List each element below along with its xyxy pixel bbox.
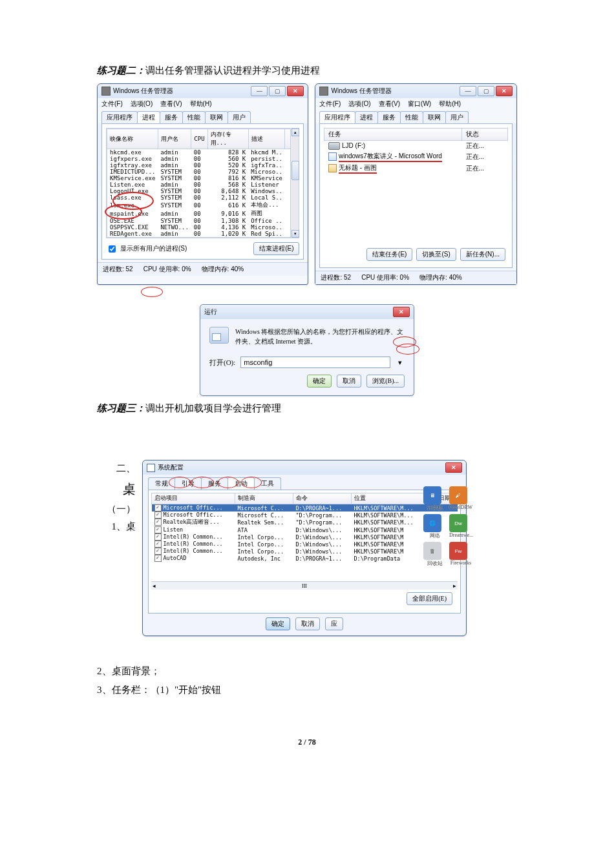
tab-services[interactable]: 服务 [160,111,183,123]
menu-options[interactable]: 选项(O) [348,99,370,108]
table-row[interactable]: OSE.EXESYSTEM001,308 KOffice .. [107,218,299,224]
col-cmd[interactable]: 命令 [293,493,351,504]
apply-button[interactable]: 应 [325,617,343,630]
menu-view[interactable]: 查看(V) [160,99,182,108]
col-task[interactable]: 任务 [324,129,462,141]
table-row[interactable]: lsm.exeSYSTEM00616 K本地会... [107,201,299,209]
checkbox-icon[interactable]: ✓ [154,541,162,548]
col-status[interactable]: 状态 [462,129,508,141]
table-row[interactable]: 无标题 - 画图正在... [324,163,508,174]
table-row[interactable]: KMService.exeSYSTEM00816 KKMService [107,175,299,181]
scroll-up-icon[interactable]: ▴ [291,129,299,136]
table-row[interactable]: ✓Microsoft Offic...Microsoft C...D:\PROG… [152,504,458,512]
close-button[interactable]: ✕ [496,86,513,96]
tab-users[interactable]: 用户 [228,111,251,123]
tab-boot[interactable]: 引导 [175,477,202,490]
menu-file[interactable]: 文件(F) [101,99,123,108]
checkbox-icon[interactable]: ✓ [154,555,162,562]
col-loc[interactable]: 位置 [351,493,424,504]
new-task-button[interactable]: 新任务(N)... [460,248,505,261]
table-row[interactable]: igfxpers.exeadmin00560 Kpersist.. [107,156,299,162]
browse-button[interactable]: 浏览(B)... [366,375,405,388]
network-icon[interactable]: 🌐 [423,514,441,532]
dreamweaver-icon[interactable]: Dw [449,514,467,532]
close-button[interactable]: ✕ [287,86,304,96]
col-mem[interactable]: 内存(专用... [207,129,248,149]
tab-users[interactable]: 用户 [445,111,469,123]
tab-startup[interactable]: 启动 [228,477,255,490]
checkbox-icon[interactable]: ✓ [154,548,162,555]
dropdown-icon[interactable]: ▾ [396,358,405,367]
table-row[interactable]: mspaint.exeadmin009,016 K画图 [107,209,299,218]
scroll-down-icon[interactable]: ▾ [291,230,299,238]
titlebar[interactable]: Windows 任务管理器 — ▢ ✕ [98,84,308,98]
menu-help[interactable]: 帮助(H) [439,99,461,108]
table-row[interactable]: LogonUI.exeSYSTEM008,648 KWindows.. [107,188,299,194]
ok-button[interactable]: 确定 [266,617,290,630]
menu-view[interactable]: 查看(V) [379,99,400,108]
startup-table[interactable]: 启动项目 制造商 命令 位置 禁用日期 ✓Microsoft Offic...M… [151,493,458,562]
checkbox-icon[interactable] [109,245,116,253]
vertical-scrollbar[interactable]: ▴ ▾ [290,129,299,238]
checkbox-icon[interactable]: ✓ [154,512,162,519]
checkbox-icon[interactable]: ✓ [154,504,162,512]
col-item[interactable]: 启动项目 [152,493,235,504]
apps-table[interactable]: 任务 状态 LJD (F:)正在...windows7教案讲义 - Micros… [324,128,508,174]
close-button[interactable]: ✕ [393,307,410,317]
tab-network[interactable]: 联网 [205,111,228,123]
table-row[interactable]: ✓Microsoft Offic...Microsoft C..."D:\Pro… [152,512,458,519]
tab-network[interactable]: 联网 [423,111,446,123]
minimize-button[interactable]: — [251,86,268,96]
tab-tools[interactable]: 工具 [254,477,281,490]
minimize-button[interactable]: — [460,86,476,96]
tab-apps[interactable]: 应用程序 [101,111,138,123]
scroll-left-icon[interactable]: ◂ [153,583,156,589]
maximize-button[interactable]: ▢ [478,86,494,96]
col-user[interactable]: 用户名 [158,129,191,149]
table-row[interactable]: igfxtray.exeadmin00520 KigfxTra.. [107,162,299,169]
checkbox-icon[interactable]: ✓ [154,526,162,533]
titlebar[interactable]: 运行 ✕ [200,305,414,319]
menu-help[interactable]: 帮助(H) [190,99,212,108]
table-row[interactable]: ✓Intel(R) Common...Intel Corpo...D:\Wind… [152,533,458,541]
table-row[interactable]: LJD (F:)正在... [324,141,508,152]
tab-performance[interactable]: 性能 [182,111,206,123]
scroll-right-icon[interactable]: ▸ [453,583,456,589]
coreldraw-icon[interactable]: 🖌 [449,486,467,504]
col-image[interactable]: 映像名称 [107,129,158,149]
recycle-icon[interactable]: 🗑 [423,542,441,560]
table-row[interactable]: ✓ListenATAD:\Windows\...HKLM\SOFTWARE\M [152,526,458,533]
titlebar[interactable]: 系统配置 ✕ [143,460,466,475]
table-row[interactable]: Listen.exeadmin00568 KListener [107,181,299,188]
col-cpu[interactable]: CPU [191,129,207,149]
table-row[interactable]: OSPPSVC.EXENETWO...004,136 KMicroso.. [107,224,299,231]
end-task-button[interactable]: 结束任务(E) [366,248,412,261]
tab-performance[interactable]: 性能 [400,111,423,123]
tab-general[interactable]: 常规 [148,477,175,490]
enable-all-button[interactable]: 全部启用(E) [407,592,452,605]
cancel-button[interactable]: 取消 [337,375,361,388]
checkbox-icon[interactable]: ✓ [154,533,162,541]
end-process-button[interactable]: 结束进程(E) [253,242,299,255]
switch-to-button[interactable]: 切换至(S) [416,248,456,261]
titlebar[interactable]: Windows 任务管理器 — ▢ ✕ [315,84,516,98]
col-desc[interactable]: 描述 [248,129,285,149]
scroll-thumb[interactable] [291,161,299,180]
tab-processes[interactable]: 进程 [355,111,378,123]
menu-file[interactable]: 文件(F) [319,99,341,108]
table-row[interactable]: IMEDICTUPD...SYSTEM00792 KMicroso.. [107,169,299,175]
table-row[interactable]: ✓Intel(R) Common...Intel Corpo...D:\Wind… [152,548,458,555]
tab-services[interactable]: 服务 [377,111,401,123]
menu-options[interactable]: 选项(O) [131,99,153,108]
close-button[interactable]: ✕ [445,462,462,473]
horizontal-scrollbar[interactable]: ◂ III ▸ [151,581,458,590]
table-row[interactable]: hkcmd.exeadmin00828 Khkcmd M.. [107,149,299,156]
tab-processes[interactable]: 进程 [137,111,160,123]
maximize-button[interactable]: ▢ [269,86,286,96]
table-row[interactable]: ✓AutoCADAutodesk, IncD:\PROGRA~1...D:\Pr… [152,555,458,562]
table-row[interactable]: ✓Intel(R) Common...Intel Corpo...D:\Wind… [152,541,458,548]
open-input[interactable] [240,356,390,368]
table-row[interactable]: ✓Realtek高清晰音...Realtek Sem..."D:\Program… [152,519,458,526]
show-all-users-checkbox[interactable]: 显示所有用户的进程(S) [106,243,187,254]
table-row[interactable]: windows7教案讲义 - Microsoft Word正在... [324,151,508,163]
